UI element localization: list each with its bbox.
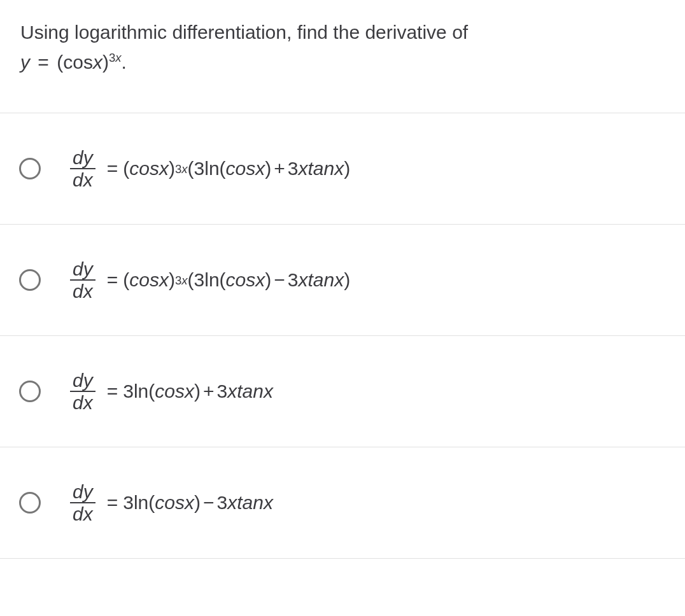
cos: cos <box>129 269 159 291</box>
dydx-fraction: dy dx <box>70 259 95 302</box>
three2: 3 <box>216 381 227 402</box>
x: x <box>159 158 169 179</box>
cos-text: cos <box>63 52 93 73</box>
x3: x <box>264 492 273 514</box>
x3: x <box>299 158 308 179</box>
option-a[interactable]: dy dx = (cosx)3x(3ln(cosx)+3xtanx) <box>0 113 685 225</box>
frac-den-x: x <box>83 503 93 524</box>
period: . <box>122 52 127 73</box>
rparen: ) <box>102 52 109 73</box>
option-d-formula: dy dx = 3ln(cosx)−3xtanx <box>70 482 273 524</box>
ln: ln <box>134 381 148 402</box>
radio-icon[interactable] <box>19 158 41 179</box>
tan: tan <box>237 492 264 514</box>
frac-den-d: d <box>73 392 83 413</box>
dydx-fraction: dy dx <box>70 148 95 190</box>
rp3: ) <box>344 269 350 291</box>
rp: ) <box>169 269 175 291</box>
dydx-fraction: dy dx <box>70 482 95 524</box>
x2: x <box>255 269 265 291</box>
x3: x <box>299 269 308 291</box>
three: 3 <box>123 381 134 402</box>
option-a-formula: dy dx = (cosx)3x(3ln(cosx)+3xtanx) <box>70 148 350 190</box>
option-c[interactable]: dy dx = 3ln(cosx)+3xtanx <box>0 336 685 447</box>
var-x: x <box>93 52 102 73</box>
sign: + <box>271 158 288 179</box>
x2: x <box>255 158 265 179</box>
rp3: ) <box>344 158 350 179</box>
sign: − <box>271 269 288 291</box>
frac-num-d: d <box>73 370 83 391</box>
eq: = <box>102 269 124 291</box>
frac-den-d: d <box>73 503 83 524</box>
frac-den-x: x <box>83 392 93 413</box>
three2: 3 <box>216 492 227 514</box>
sign: + <box>201 381 217 402</box>
tan: tan <box>308 158 335 179</box>
options-list: dy dx = (cosx)3x(3ln(cosx)+3xtanx) dy dx… <box>0 113 685 559</box>
x: x <box>159 269 169 291</box>
x3: x <box>264 381 273 402</box>
frac-num-y: y <box>83 258 93 279</box>
lp: ( <box>123 158 129 179</box>
var-y: y <box>20 52 30 73</box>
exp-x: x <box>115 51 121 64</box>
tan: tan <box>308 269 335 291</box>
lp2: ( <box>188 269 194 291</box>
frac-den-d: d <box>73 169 83 190</box>
three: 3 <box>123 492 134 514</box>
question-stem: Using logarithmic differentiation, find … <box>0 0 685 113</box>
sign: − <box>201 492 217 514</box>
eq: = <box>102 381 124 402</box>
frac-den-x: x <box>83 169 93 190</box>
option-d[interactable]: dy dx = 3ln(cosx)−3xtanx <box>0 447 685 559</box>
cos2: cos <box>226 269 256 291</box>
rp2: ) <box>265 158 271 179</box>
dydx-fraction: dy dx <box>70 370 95 413</box>
rp: ) <box>194 381 201 402</box>
rp2: ) <box>265 269 271 291</box>
frac-num-d: d <box>73 258 83 279</box>
rp: ) <box>169 158 175 179</box>
ln: ln <box>204 158 219 179</box>
frac-den-x: x <box>83 281 93 302</box>
x4: x <box>334 158 344 179</box>
expx: x <box>181 274 187 287</box>
option-b[interactable]: dy dx = (cosx)3x(3ln(cosx)−3xtanx) <box>0 225 685 336</box>
lp: ( <box>123 269 129 291</box>
option-c-formula: dy dx = 3ln(cosx)+3xtanx <box>70 370 273 413</box>
eq: = <box>102 158 124 179</box>
option-b-formula: dy dx = (cosx)3x(3ln(cosx)−3xtanx) <box>70 259 350 302</box>
lp2: ( <box>188 158 194 179</box>
three: 3 <box>194 158 205 179</box>
three2: 3 <box>288 269 299 291</box>
radio-icon[interactable] <box>19 269 41 291</box>
exp3: 3 <box>175 274 181 287</box>
x: x <box>185 381 194 402</box>
frac-num-y: y <box>83 147 93 168</box>
x4: x <box>334 269 344 291</box>
frac-num-d: d <box>73 147 83 168</box>
exp-3: 3 <box>109 51 115 64</box>
lp: ( <box>148 381 155 402</box>
x2: x <box>227 492 237 514</box>
lp3: ( <box>220 269 226 291</box>
cos: cos <box>155 381 185 402</box>
cos: cos <box>155 492 185 514</box>
lp3: ( <box>220 158 226 179</box>
radio-icon[interactable] <box>19 492 41 514</box>
frac-num-d: d <box>73 481 83 502</box>
lparen: ( <box>57 52 63 73</box>
cos: cos <box>129 158 159 179</box>
lp: ( <box>148 492 155 514</box>
eq-sign: = <box>35 52 52 73</box>
quiz-container: Using logarithmic differentiation, find … <box>0 0 685 559</box>
cos2: cos <box>226 158 256 179</box>
ln: ln <box>204 269 219 291</box>
question-text: Using logarithmic differentiation, find … <box>20 22 468 43</box>
frac-den-d: d <box>73 281 83 302</box>
x2: x <box>227 381 237 402</box>
exp3: 3 <box>175 162 181 176</box>
radio-icon[interactable] <box>19 381 41 402</box>
rp: ) <box>194 492 201 514</box>
